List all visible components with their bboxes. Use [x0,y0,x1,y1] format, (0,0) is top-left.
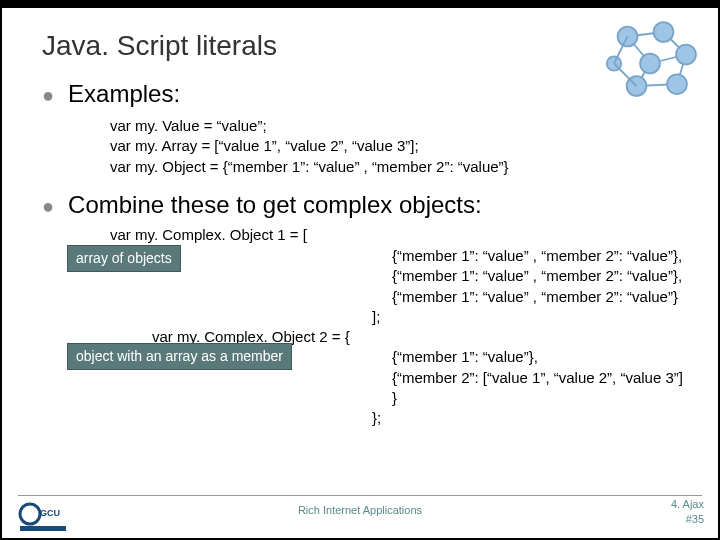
complex-code: array of objects object with an array as… [92,225,688,429]
svg-rect-18 [20,526,66,531]
footer-page: 4. Ajax #35 [671,497,704,526]
examples-code: var my. Value = “value”; var my. Array =… [110,116,688,177]
footer-divider [18,495,702,496]
code-line: {“member 1”: “value”}, [392,347,688,367]
annotation-tag: object with an array as a member [67,343,292,370]
examples-heading: Examples: [68,80,180,108]
code-line: {“member 1”: “value” , “member 2”: “valu… [392,287,688,307]
code-line: var my. Array = [“value 1”, “value 2”, “… [110,136,688,156]
content-area: ● Examples: var my. Value = “value”; var… [2,62,718,428]
svg-point-8 [654,22,674,42]
footer-title: Rich Internet Applications [2,504,718,516]
svg-line-15 [614,64,637,87]
annotation-tag: array of objects [67,245,181,272]
bullet-icon: ● [42,196,54,216]
bullet-combine: ● Combine these to get complex objects: [42,191,688,219]
svg-point-9 [640,54,660,74]
combine-heading: Combine these to get complex objects: [68,191,482,219]
page-number: #35 [671,512,704,526]
code-line: {“member 1”: “value” , “member 2”: “valu… [392,266,688,286]
code-line: var my. Value = “value”; [110,116,688,136]
svg-point-12 [667,74,687,94]
code-line: {“member 1”: “value” , “member 2”: “valu… [392,246,688,266]
bullet-examples: ● Examples: [42,80,688,108]
slide: Java. Script literals ● Examples: var my… [2,8,718,538]
code-line: }; [372,408,688,428]
code-line: ]; [372,307,688,327]
bullet-icon: ● [42,85,54,105]
chapter-label: 4. Ajax [671,497,704,511]
code-line: {“member 2”: [“value 1”, “value 2”, “val… [392,368,688,409]
code-line: var my. Object = {“member 1”: “value” , … [110,157,688,177]
code-line: var my. Complex. Object 1 = [ [110,225,688,245]
network-graphic [597,14,712,104]
svg-point-10 [676,45,696,65]
